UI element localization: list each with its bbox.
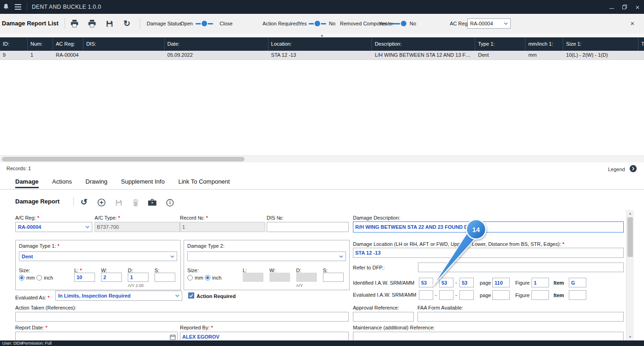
hamburger-menu-icon[interactable]: [12, 0, 24, 14]
print-button[interactable]: [68, 18, 80, 29]
action-taken-field[interactable]: [15, 312, 349, 322]
status-permission: Permission: Full: [22, 341, 52, 346]
legend-button[interactable]: [629, 165, 637, 174]
scroll-up-icon[interactable]: ▲: [626, 211, 634, 215]
action-required-label: Action Required:: [262, 21, 300, 26]
minimize-button[interactable]: [605, 0, 618, 14]
damage-status-toggle[interactable]: [196, 20, 213, 27]
undo-button[interactable]: ↺: [78, 197, 89, 207]
column-header-id[interactable]: ID:: [0, 37, 28, 51]
record-no-label: Record №:*: [180, 215, 208, 221]
close-window-button[interactable]: ×: [631, 0, 644, 14]
tab-actions[interactable]: Actions: [52, 174, 72, 188]
tab-drawing[interactable]: Drawing: [85, 174, 107, 188]
column-header-mminch1[interactable]: mm/inch 1:: [525, 37, 563, 51]
evaluated-figure-field[interactable]: [531, 290, 549, 300]
archive-button[interactable]: [147, 197, 158, 208]
restore-button[interactable]: [618, 0, 631, 14]
identified-page-field[interactable]: [492, 278, 510, 287]
legend-label: Legend: [608, 167, 625, 172]
unit-inch-radio[interactable]: [36, 275, 42, 280]
action-required-checkbox[interactable]: [188, 292, 194, 298]
form-section-title: Damage Report: [15, 198, 60, 205]
evaluated-item-field[interactable]: [569, 290, 586, 300]
w1-field[interactable]: [101, 273, 122, 282]
identified-item-field[interactable]: [569, 278, 586, 287]
save-record-button[interactable]: [113, 197, 124, 208]
cell-type1: Dent: [475, 51, 525, 60]
column-header-size1[interactable]: Size 1:: [563, 37, 638, 51]
column-header-acreg[interactable]: AC Reg:: [53, 37, 83, 51]
unit2-mm-radio[interactable]: [187, 275, 193, 280]
tab-damage[interactable]: Damage: [15, 174, 39, 188]
damage-type-1-combo[interactable]: Dent: [19, 251, 177, 261]
removed-components-no-label: No: [410, 21, 416, 26]
evaluated-page-field[interactable]: [492, 290, 510, 300]
add-record-button[interactable]: [96, 197, 107, 208]
records-bar: Records: 1 Legend: [0, 162, 644, 175]
column-header-type1[interactable]: Type 1:: [475, 37, 525, 51]
removed-components-toggle[interactable]: [389, 20, 406, 27]
record-no-field[interactable]: [180, 222, 265, 232]
column-header-date[interactable]: Date:: [165, 37, 268, 51]
grid-row[interactable]: 9 1 RA-00004 05.09.2022 STA 12 -13 L/H W…: [0, 51, 644, 60]
ac-type-label: A/C Type:*: [95, 215, 120, 221]
ac-reg-filter-combo[interactable]: RA-00004: [467, 18, 511, 29]
dis-no-field[interactable]: [267, 222, 349, 232]
evaluated-page-label: page: [480, 292, 491, 298]
grid-collapse-strip[interactable]: ▲: [0, 34, 644, 37]
w2-field[interactable]: [269, 273, 290, 282]
ac-reg-combo[interactable]: RA-00004: [15, 222, 92, 232]
vscroll-thumb[interactable]: [627, 217, 633, 257]
d1-field[interactable]: [128, 273, 149, 282]
s2-field[interactable]: [323, 273, 344, 282]
toggle-knob[interactable]: [202, 21, 207, 26]
grid-header: ID: Num: AC Reg: DIS: Date: Location: De…: [0, 37, 644, 51]
l2-field[interactable]: [243, 273, 263, 282]
toggle-knob[interactable]: [401, 21, 406, 26]
column-header-dis[interactable]: DIS:: [83, 37, 165, 51]
unit2-inch-radio[interactable]: [205, 275, 210, 280]
export-button[interactable]: [103, 18, 115, 29]
action-required-toggle[interactable]: [309, 20, 326, 27]
detail-tabs: Damage Actions Drawing Supplement Info L…: [0, 174, 644, 190]
damage-type-1-group: Damage Type 1:* Dent Size: mm inch L:* W…: [15, 240, 181, 290]
unit-mm-radio[interactable]: [19, 275, 24, 280]
refresh-icon: ↻: [123, 19, 130, 28]
records-count: Records: 1: [6, 166, 31, 171]
column-header-num[interactable]: Num:: [28, 37, 53, 51]
faa-form-field[interactable]: [417, 312, 624, 322]
evaluated-as-combo[interactable]: In Limits, Inspection Required: [55, 291, 182, 301]
damage-type-2-combo[interactable]: [187, 251, 346, 261]
delete-record-button[interactable]: [130, 197, 141, 208]
damage-status-label: Damage Status:: [147, 21, 183, 26]
unit2-mm-label: mm: [195, 275, 203, 280]
form-toolbar-separator: [73, 197, 74, 206]
toggle-knob[interactable]: [315, 21, 320, 26]
ac-type-field[interactable]: [95, 222, 180, 232]
tab-link-to-component[interactable]: Link To Component: [178, 174, 230, 188]
column-header-description[interactable]: Description:: [372, 37, 475, 51]
maintenance-reference-label: Maintenance (additional) Reference:: [353, 325, 435, 330]
cell-date: 05.09.2022: [165, 51, 268, 60]
column-header-location[interactable]: Location:: [268, 37, 372, 51]
s1-field[interactable]: [155, 273, 175, 282]
approval-reference-field[interactable]: [353, 312, 414, 322]
d2-field[interactable]: [296, 273, 317, 282]
identified-figure-field[interactable]: [531, 278, 549, 287]
vertical-scrollbar[interactable]: ▲ ▼: [626, 210, 634, 340]
status-user: User: DEM: [2, 341, 23, 346]
scroll-down-icon[interactable]: ▼: [626, 335, 634, 339]
refresh-button[interactable]: ↻: [121, 18, 133, 29]
bell-icon[interactable]: [0, 0, 12, 14]
hscroll-thumb[interactable]: [2, 157, 244, 161]
tab-supplement-info[interactable]: Supplement Info: [121, 174, 165, 188]
chevron-down-icon: [175, 294, 179, 297]
identified-item-label: Item: [554, 280, 564, 286]
l1-field[interactable]: [74, 273, 95, 282]
cell-num: 1: [28, 51, 53, 60]
close-list-button[interactable]: ×: [626, 18, 638, 29]
info-button[interactable]: [164, 197, 175, 208]
column-header-t[interactable]: T: [638, 37, 644, 51]
print-preview-button[interactable]: [86, 18, 98, 29]
